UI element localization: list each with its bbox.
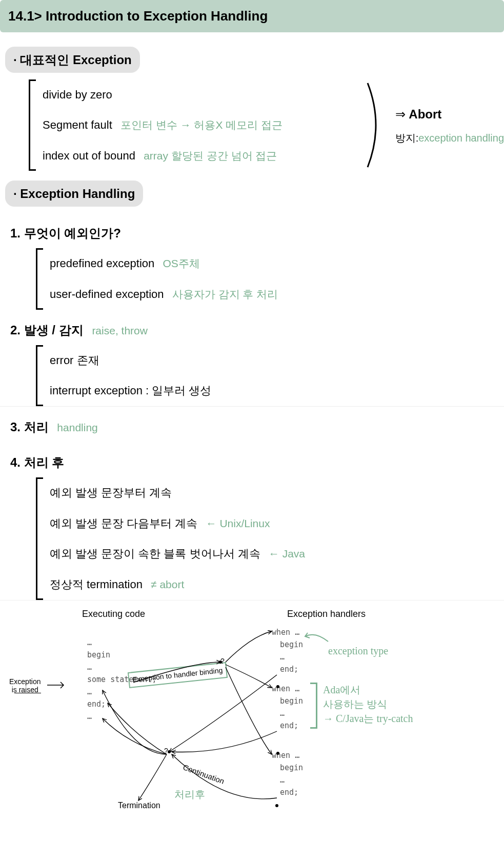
list-item: 정상적 termination ≠ abort: [50, 569, 504, 600]
list-item: 예외 발생 문장이 속한 블록 벗어나서 계속 ← Java: [50, 538, 504, 569]
list-item: 예외 발생 문장 다음부터 계속 ← Unix/Linux: [50, 508, 504, 539]
list-item: user-defined exception 사용자가 감지 후 처리: [50, 279, 504, 310]
svg-point-4: [275, 804, 278, 807]
diag-qmark2: ?: [164, 747, 168, 755]
bracket-right-icon: [310, 683, 317, 729]
diag-continuation: Continuation: [182, 763, 225, 786]
diag-heading-handlers: Exception handlers: [287, 606, 366, 622]
item-note: array 할당된 공간 넘어 접근: [144, 150, 277, 162]
q4-heading: 4. 처리 후: [0, 442, 504, 477]
result-arrow: ⇒ Abort: [395, 103, 504, 125]
page-title: 14.1> Introduction to Exception Handling: [0, 0, 504, 32]
curly-brace-icon: [364, 79, 388, 171]
item-note: 포인터 변수 → 허용X 메모리 접근: [120, 119, 283, 131]
list-item: error 존재: [50, 345, 504, 376]
q1-heading: 1. 무엇이 예외인가?: [0, 213, 504, 248]
diag-raised-label: Exception is raised: [9, 677, 41, 695]
list-item: 예외 발생 문장부터 계속: [50, 477, 504, 508]
exception-name: Segment fault: [43, 118, 112, 131]
exception-flow-diagram: Executing code Exception handlers … begi…: [0, 600, 504, 841]
list-item: index out of bound array 할당된 공간 넘어 접근: [43, 141, 364, 171]
list-item: divide by zero: [43, 79, 364, 110]
result-sub: 방지:exception handling: [395, 129, 504, 147]
list-item: interrupt exception : 일부러 생성: [50, 375, 504, 406]
diag-annot-ada: Ada에서 사용하는 방식 → C/Java는 try-catch: [323, 683, 413, 726]
underline: [14, 693, 41, 693]
diag-handler-2: when … begin … end;: [272, 683, 303, 732]
section-heading-handling: · Exception Handling: [5, 181, 143, 207]
section-heading-representative: · 대표적인 Exception: [5, 47, 140, 73]
curved-arrow-icon: [303, 629, 333, 644]
diag-termination: Termination: [118, 800, 160, 810]
diag-heading-executing: Executing code: [82, 606, 145, 622]
list-item: Segment fault 포인터 변수 → 허용X 메모리 접근: [43, 110, 364, 141]
diag-handler-3: when … begin … end;: [272, 749, 303, 798]
arrow-icon: [46, 680, 67, 690]
diag-annot-type: exception type: [328, 642, 388, 660]
connector-lines: [0, 600, 504, 841]
q2-heading: 2. 발생 / 감지 raise, throw: [0, 310, 504, 345]
q3-heading: 3. 처리 handling: [0, 406, 504, 442]
diag-cont-note: 처리후: [174, 785, 205, 804]
list-item: predefined exception OS주체: [50, 248, 504, 279]
exception-name: divide by zero: [43, 88, 112, 101]
diag-qmark: ?: [220, 657, 225, 666]
diag-handler-1: when … begin … end;: [272, 626, 303, 675]
exception-name: index out of bound: [43, 149, 135, 162]
